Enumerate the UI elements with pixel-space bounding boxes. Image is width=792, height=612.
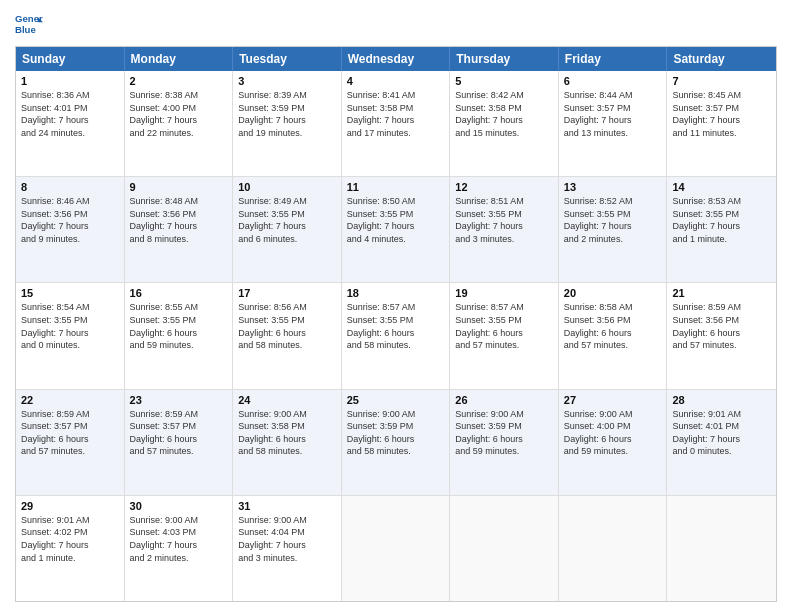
calendar-row-2: 8Sunrise: 8:46 AM Sunset: 3:56 PM Daylig… (16, 176, 776, 282)
day-info: Sunrise: 8:49 AM Sunset: 3:55 PM Dayligh… (238, 195, 336, 245)
day-number: 19 (455, 287, 553, 299)
calendar-cell (450, 496, 559, 601)
day-number: 7 (672, 75, 771, 87)
calendar-cell: 24Sunrise: 9:00 AM Sunset: 3:58 PM Dayli… (233, 390, 342, 495)
calendar-cell: 27Sunrise: 9:00 AM Sunset: 4:00 PM Dayli… (559, 390, 668, 495)
header-day-thursday: Thursday (450, 47, 559, 71)
day-number: 17 (238, 287, 336, 299)
calendar-cell: 29Sunrise: 9:01 AM Sunset: 4:02 PM Dayli… (16, 496, 125, 601)
day-info: Sunrise: 8:44 AM Sunset: 3:57 PM Dayligh… (564, 89, 662, 139)
calendar-cell: 3Sunrise: 8:39 AM Sunset: 3:59 PM Daylig… (233, 71, 342, 176)
day-info: Sunrise: 9:00 AM Sunset: 3:59 PM Dayligh… (347, 408, 445, 458)
day-number: 13 (564, 181, 662, 193)
calendar-cell: 2Sunrise: 8:38 AM Sunset: 4:00 PM Daylig… (125, 71, 234, 176)
header-day-wednesday: Wednesday (342, 47, 451, 71)
day-info: Sunrise: 9:00 AM Sunset: 4:03 PM Dayligh… (130, 514, 228, 564)
calendar-cell: 19Sunrise: 8:57 AM Sunset: 3:55 PM Dayli… (450, 283, 559, 388)
calendar-cell: 1Sunrise: 8:36 AM Sunset: 4:01 PM Daylig… (16, 71, 125, 176)
calendar: SundayMondayTuesdayWednesdayThursdayFrid… (15, 46, 777, 602)
day-info: Sunrise: 9:01 AM Sunset: 4:01 PM Dayligh… (672, 408, 771, 458)
calendar-cell: 26Sunrise: 9:00 AM Sunset: 3:59 PM Dayli… (450, 390, 559, 495)
day-number: 1 (21, 75, 119, 87)
day-info: Sunrise: 8:57 AM Sunset: 3:55 PM Dayligh… (455, 301, 553, 351)
day-info: Sunrise: 8:53 AM Sunset: 3:55 PM Dayligh… (672, 195, 771, 245)
calendar-cell: 17Sunrise: 8:56 AM Sunset: 3:55 PM Dayli… (233, 283, 342, 388)
calendar-row-3: 15Sunrise: 8:54 AM Sunset: 3:55 PM Dayli… (16, 282, 776, 388)
calendar-cell: 6Sunrise: 8:44 AM Sunset: 3:57 PM Daylig… (559, 71, 668, 176)
day-info: Sunrise: 8:42 AM Sunset: 3:58 PM Dayligh… (455, 89, 553, 139)
day-info: Sunrise: 8:59 AM Sunset: 3:57 PM Dayligh… (21, 408, 119, 458)
day-number: 10 (238, 181, 336, 193)
day-number: 16 (130, 287, 228, 299)
header-day-saturday: Saturday (667, 47, 776, 71)
calendar-cell: 11Sunrise: 8:50 AM Sunset: 3:55 PM Dayli… (342, 177, 451, 282)
calendar-cell: 7Sunrise: 8:45 AM Sunset: 3:57 PM Daylig… (667, 71, 776, 176)
day-number: 11 (347, 181, 445, 193)
day-number: 29 (21, 500, 119, 512)
calendar-cell: 9Sunrise: 8:48 AM Sunset: 3:56 PM Daylig… (125, 177, 234, 282)
day-number: 30 (130, 500, 228, 512)
calendar-row-1: 1Sunrise: 8:36 AM Sunset: 4:01 PM Daylig… (16, 71, 776, 176)
calendar-cell: 28Sunrise: 9:01 AM Sunset: 4:01 PM Dayli… (667, 390, 776, 495)
day-info: Sunrise: 8:46 AM Sunset: 3:56 PM Dayligh… (21, 195, 119, 245)
calendar-cell: 30Sunrise: 9:00 AM Sunset: 4:03 PM Dayli… (125, 496, 234, 601)
calendar-cell: 20Sunrise: 8:58 AM Sunset: 3:56 PM Dayli… (559, 283, 668, 388)
header-day-sunday: Sunday (16, 47, 125, 71)
day-number: 21 (672, 287, 771, 299)
header-day-monday: Monday (125, 47, 234, 71)
day-info: Sunrise: 8:39 AM Sunset: 3:59 PM Dayligh… (238, 89, 336, 139)
day-number: 9 (130, 181, 228, 193)
day-info: Sunrise: 9:00 AM Sunset: 3:59 PM Dayligh… (455, 408, 553, 458)
page-container: General Blue SundayMondayTuesdayWednesda… (0, 0, 792, 612)
day-number: 2 (130, 75, 228, 87)
day-number: 24 (238, 394, 336, 406)
day-number: 25 (347, 394, 445, 406)
day-info: Sunrise: 8:51 AM Sunset: 3:55 PM Dayligh… (455, 195, 553, 245)
day-info: Sunrise: 8:54 AM Sunset: 3:55 PM Dayligh… (21, 301, 119, 351)
day-info: Sunrise: 8:58 AM Sunset: 3:56 PM Dayligh… (564, 301, 662, 351)
day-number: 15 (21, 287, 119, 299)
day-number: 6 (564, 75, 662, 87)
day-number: 3 (238, 75, 336, 87)
logo: General Blue (15, 10, 43, 38)
day-info: Sunrise: 9:00 AM Sunset: 4:04 PM Dayligh… (238, 514, 336, 564)
day-number: 22 (21, 394, 119, 406)
calendar-cell: 10Sunrise: 8:49 AM Sunset: 3:55 PM Dayli… (233, 177, 342, 282)
day-info: Sunrise: 8:59 AM Sunset: 3:56 PM Dayligh… (672, 301, 771, 351)
calendar-header: SundayMondayTuesdayWednesdayThursdayFrid… (16, 47, 776, 71)
calendar-cell (667, 496, 776, 601)
calendar-cell: 8Sunrise: 8:46 AM Sunset: 3:56 PM Daylig… (16, 177, 125, 282)
day-info: Sunrise: 8:41 AM Sunset: 3:58 PM Dayligh… (347, 89, 445, 139)
day-number: 14 (672, 181, 771, 193)
calendar-cell: 22Sunrise: 8:59 AM Sunset: 3:57 PM Dayli… (16, 390, 125, 495)
day-number: 27 (564, 394, 662, 406)
calendar-cell: 4Sunrise: 8:41 AM Sunset: 3:58 PM Daylig… (342, 71, 451, 176)
day-number: 12 (455, 181, 553, 193)
calendar-cell: 5Sunrise: 8:42 AM Sunset: 3:58 PM Daylig… (450, 71, 559, 176)
day-info: Sunrise: 8:45 AM Sunset: 3:57 PM Dayligh… (672, 89, 771, 139)
day-number: 20 (564, 287, 662, 299)
calendar-row-4: 22Sunrise: 8:59 AM Sunset: 3:57 PM Dayli… (16, 389, 776, 495)
day-info: Sunrise: 8:50 AM Sunset: 3:55 PM Dayligh… (347, 195, 445, 245)
day-info: Sunrise: 9:00 AM Sunset: 3:58 PM Dayligh… (238, 408, 336, 458)
header-day-tuesday: Tuesday (233, 47, 342, 71)
calendar-cell: 18Sunrise: 8:57 AM Sunset: 3:55 PM Dayli… (342, 283, 451, 388)
calendar-cell: 16Sunrise: 8:55 AM Sunset: 3:55 PM Dayli… (125, 283, 234, 388)
page-header: General Blue (15, 10, 777, 38)
calendar-body: 1Sunrise: 8:36 AM Sunset: 4:01 PM Daylig… (16, 71, 776, 601)
day-number: 26 (455, 394, 553, 406)
calendar-cell: 25Sunrise: 9:00 AM Sunset: 3:59 PM Dayli… (342, 390, 451, 495)
calendar-cell (559, 496, 668, 601)
day-info: Sunrise: 8:36 AM Sunset: 4:01 PM Dayligh… (21, 89, 119, 139)
day-info: Sunrise: 9:01 AM Sunset: 4:02 PM Dayligh… (21, 514, 119, 564)
day-info: Sunrise: 8:52 AM Sunset: 3:55 PM Dayligh… (564, 195, 662, 245)
logo-icon: General Blue (15, 10, 43, 38)
calendar-cell: 31Sunrise: 9:00 AM Sunset: 4:04 PM Dayli… (233, 496, 342, 601)
day-info: Sunrise: 8:57 AM Sunset: 3:55 PM Dayligh… (347, 301, 445, 351)
svg-text:Blue: Blue (15, 24, 36, 35)
day-info: Sunrise: 8:59 AM Sunset: 3:57 PM Dayligh… (130, 408, 228, 458)
day-number: 4 (347, 75, 445, 87)
day-info: Sunrise: 8:48 AM Sunset: 3:56 PM Dayligh… (130, 195, 228, 245)
day-info: Sunrise: 8:56 AM Sunset: 3:55 PM Dayligh… (238, 301, 336, 351)
day-number: 23 (130, 394, 228, 406)
